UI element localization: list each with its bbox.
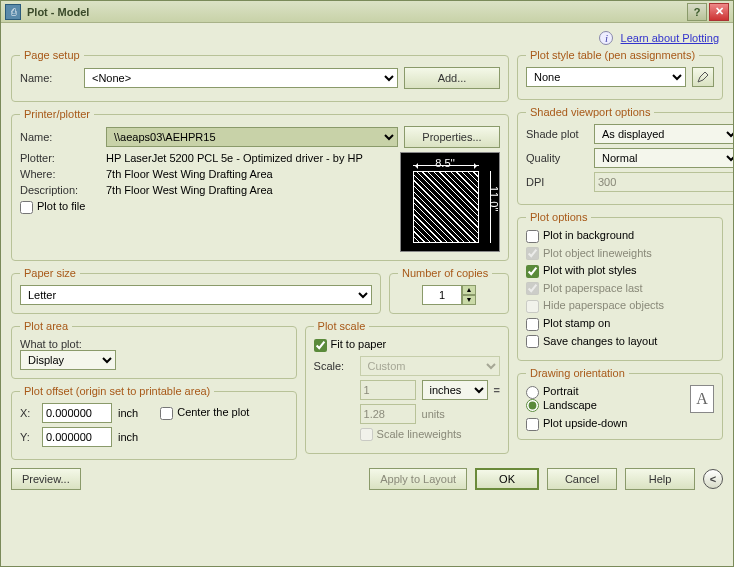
hide-paperspace-check: Hide paperspace objects [526, 299, 714, 313]
copies-group: Number of copies ▲ ▼ [389, 267, 509, 314]
printer-group: Printer/plotter Name: \\aeaps03\AEHPR15 … [11, 108, 509, 261]
upside-down-check[interactable]: Plot upside-down [526, 417, 627, 429]
edit-style-button[interactable] [692, 67, 714, 87]
dpi-label: DPI [526, 176, 588, 188]
app-icon: ⎙ [5, 4, 21, 20]
cancel-button[interactable]: Cancel [547, 468, 617, 490]
save-changes-check[interactable]: Save changes to layout [526, 335, 714, 349]
add-page-setup-button[interactable]: Add... [404, 67, 500, 89]
plot-background-check[interactable]: Plot in background [526, 229, 714, 243]
plot-scale-legend: Plot scale [314, 320, 370, 332]
orientation-group: Drawing orientation Portrait Landscape A… [517, 367, 723, 440]
printer-properties-button[interactable]: Properties... [404, 126, 500, 148]
page-setup-legend: Page setup [20, 49, 84, 61]
quality-select[interactable]: Normal [594, 148, 734, 168]
plot-lineweights-check: Plot object lineweights [526, 247, 714, 261]
shade-plot-label: Shade plot [526, 128, 588, 140]
help-titlebar-button[interactable]: ? [687, 3, 707, 21]
offset-x-unit: inch [118, 407, 138, 419]
plot-style-table-select[interactable]: None [526, 67, 686, 87]
center-plot-check[interactable]: Center the plot [160, 406, 249, 420]
scale-label: Scale: [314, 360, 354, 372]
pen-icon [697, 71, 709, 83]
paper-size-legend: Paper size [20, 267, 80, 279]
plot-stamp-check[interactable]: Plot stamp on [526, 317, 714, 331]
copies-legend: Number of copies [398, 267, 492, 279]
plot-scale-group: Plot scale Fit to paper Scale: Custom in… [305, 320, 509, 454]
scale-select: Custom [360, 356, 500, 376]
offset-x-label: X: [20, 407, 36, 419]
close-button[interactable]: ✕ [709, 3, 729, 21]
plot-style-table-legend: Plot style table (pen assignments) [526, 49, 699, 61]
offset-y-input[interactable] [42, 427, 112, 447]
offset-x-input[interactable] [42, 403, 112, 423]
plot-style-table-group: Plot style table (pen assignments) None [517, 49, 723, 100]
landscape-radio[interactable]: Landscape [526, 399, 597, 411]
learn-plotting-link[interactable]: Learn about Plotting [621, 32, 719, 44]
plotter-label: Plotter: [20, 152, 100, 164]
plot-to-file-check[interactable]: Plot to file [20, 200, 85, 214]
apply-to-layout-button: Apply to Layout [369, 468, 467, 490]
where-value: 7th Floor West Wing Drafting Area [106, 168, 273, 180]
equals-icon: = [494, 384, 500, 396]
page-setup-name-select[interactable]: <None> [84, 68, 398, 88]
page-setup-group: Page setup Name: <None> Add... [11, 49, 509, 102]
copies-up-button[interactable]: ▲ [462, 285, 476, 295]
printer-name-select[interactable]: \\aeaps03\AEHPR15 [106, 127, 398, 147]
collapse-button[interactable]: < [703, 469, 723, 489]
info-icon: i [599, 31, 613, 45]
ok-button[interactable]: OK [475, 468, 539, 490]
printer-name-label: Name: [20, 131, 100, 143]
copies-down-button[interactable]: ▼ [462, 295, 476, 305]
quality-label: Quality [526, 152, 588, 164]
what-to-plot-label: What to plot: [20, 338, 82, 350]
offset-y-unit: inch [118, 431, 138, 443]
title-bar: ⎙ Plot - Model ? ✕ [1, 1, 733, 23]
plot-styles-check[interactable]: Plot with plot styles [526, 264, 714, 278]
description-value: 7th Floor West Wing Drafting Area [106, 184, 273, 196]
shaded-viewport-group: Shaded viewport options Shade plotAs dis… [517, 106, 734, 205]
printer-legend: Printer/plotter [20, 108, 94, 120]
paper-preview: 8.5'' 11.0'' [400, 152, 500, 252]
fit-to-paper-check[interactable]: Fit to paper [314, 338, 387, 352]
help-button[interactable]: Help [625, 468, 695, 490]
what-to-plot-select[interactable]: Display [20, 350, 116, 370]
orientation-legend: Drawing orientation [526, 367, 629, 379]
plot-area-legend: Plot area [20, 320, 72, 332]
shade-plot-select[interactable]: As displayed [594, 124, 734, 144]
orientation-icon: A [690, 385, 714, 413]
scale-units-num-input [360, 380, 416, 400]
plot-offset-group: Plot offset (origin set to printable are… [11, 385, 297, 460]
preview-button[interactable]: Preview... [11, 468, 81, 490]
offset-y-label: Y: [20, 431, 36, 443]
scale-units-select[interactable]: inches [422, 380, 488, 400]
description-label: Description: [20, 184, 100, 196]
shaded-viewport-legend: Shaded viewport options [526, 106, 654, 118]
window-title: Plot - Model [27, 6, 685, 18]
portrait-radio[interactable]: Portrait [526, 385, 578, 397]
dpi-input [594, 172, 734, 192]
paper-size-group: Paper size Letter [11, 267, 381, 314]
plot-area-group: Plot area What to plot: Display [11, 320, 297, 379]
where-label: Where: [20, 168, 100, 180]
plot-offset-legend: Plot offset (origin set to printable are… [20, 385, 214, 397]
copies-input[interactable] [422, 285, 462, 305]
scale-drawing-unit: units [422, 408, 445, 420]
page-setup-name-label: Name: [20, 72, 78, 84]
plot-paperspace-check: Plot paperspace last [526, 282, 714, 296]
scale-drawing-num-input [360, 404, 416, 424]
scale-lineweights-check: Scale lineweights [360, 428, 462, 442]
plotter-value: HP LaserJet 5200 PCL 5e - Optimized driv… [106, 152, 363, 164]
plot-options-legend: Plot options [526, 211, 591, 223]
paper-size-select[interactable]: Letter [20, 285, 372, 305]
plot-options-group: Plot options Plot in background Plot obj… [517, 211, 723, 361]
